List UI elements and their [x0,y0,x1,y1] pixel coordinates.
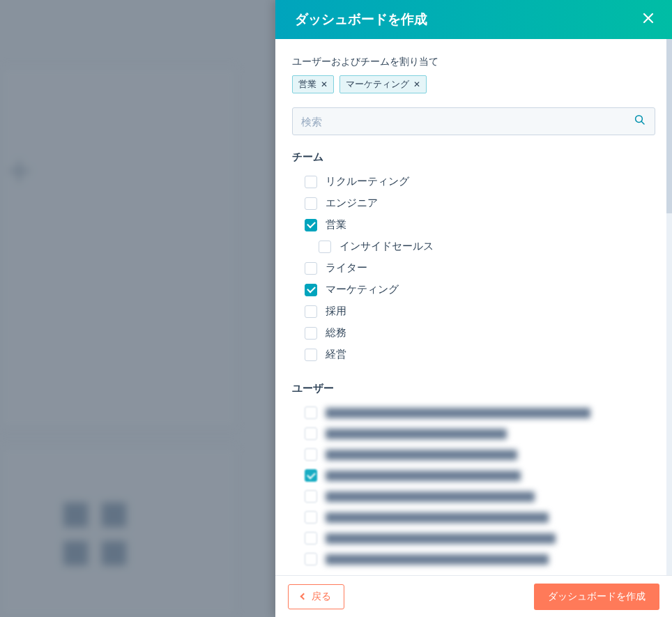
assigned-chip: 営業✕ [292,75,334,93]
team-row[interactable]: 営業 [292,214,655,236]
search-icon[interactable] [634,114,646,129]
checkbox[interactable] [305,284,317,296]
user-label-redacted [326,512,549,523]
panel-header: ダッシュボードを作成 [275,0,672,39]
user-row[interactable] [292,402,655,423]
team-row[interactable]: エンジニア [292,192,655,214]
user-row[interactable] [292,486,655,507]
checkbox[interactable] [305,448,317,461]
team-label: エンジニア [326,197,378,210]
assign-label: ユーザーおよびチームを割り当て [292,56,655,68]
team-label: 経営 [326,348,346,361]
back-button-label: 戻る [312,591,331,603]
checkbox[interactable] [305,490,317,503]
team-label: ライター [326,261,367,275]
team-row[interactable]: 採用 [292,300,655,322]
search-wrap[interactable] [292,107,655,135]
user-row[interactable] [292,549,655,570]
checkbox[interactable] [305,219,317,231]
user-label-redacted [326,471,521,481]
chip-remove-icon[interactable]: ✕ [413,79,420,89]
chip-label: マーケティング [346,78,409,91]
chip-remove-icon[interactable]: ✕ [321,79,328,89]
create-dashboard-button[interactable]: ダッシュボードを作成 [534,584,659,610]
team-row[interactable]: ライター [292,257,655,279]
chevron-left-icon [300,593,307,600]
panel-footer: 戻る ダッシュボードを作成 [275,575,672,617]
user-row[interactable] [292,423,655,444]
close-icon[interactable] [641,11,655,28]
assigned-chip: マーケティング✕ [339,75,427,93]
chip-label: 営業 [298,78,316,91]
back-button[interactable]: 戻る [288,584,344,609]
panel-title: ダッシュボードを作成 [295,10,427,29]
user-label-redacted [326,450,517,460]
team-label: インサイドセールス [339,240,434,253]
checkbox[interactable] [305,553,317,565]
team-row[interactable]: マーケティング [292,279,655,300]
checkbox[interactable] [305,427,317,440]
users-section-title: ユーザー [292,382,655,395]
checkbox[interactable] [305,469,317,482]
create-dashboard-panel: ダッシュボードを作成 ユーザーおよびチームを割り当て 営業✕マーケティング✕ チ… [275,0,672,617]
users-list [292,402,655,570]
team-row[interactable]: インサイドセールス [292,236,655,257]
checkbox[interactable] [305,327,317,340]
user-label-redacted [326,533,556,544]
user-label-redacted [326,429,507,439]
user-label-redacted [326,492,535,502]
team-label: 採用 [326,305,346,318]
search-input[interactable] [301,116,634,128]
checkbox[interactable] [305,532,317,544]
teams-section-title: チーム [292,151,655,164]
user-row[interactable] [292,528,655,549]
checkbox[interactable] [305,406,317,419]
user-row[interactable] [292,465,655,486]
checkbox[interactable] [319,241,331,253]
checkbox[interactable] [305,349,317,361]
panel-body: ユーザーおよびチームを割り当て 営業✕マーケティング✕ チーム リクルーティング… [275,39,672,575]
team-label: 営業 [326,218,346,231]
checkbox[interactable] [305,305,317,318]
checkbox[interactable] [305,197,317,210]
checkbox[interactable] [305,262,317,275]
user-row[interactable] [292,507,655,528]
team-label: リクルーティング [326,175,409,188]
team-label: 総務 [326,326,346,340]
team-row[interactable]: 総務 [292,322,655,344]
checkbox[interactable] [305,176,317,188]
user-label-redacted [326,408,590,418]
chip-container: 営業✕マーケティング✕ [292,75,655,93]
checkbox[interactable] [305,511,317,524]
user-row[interactable] [292,444,655,465]
team-row[interactable]: リクルーティング [292,171,655,192]
team-label: マーケティング [326,283,399,296]
user-label-redacted [326,554,549,565]
team-row[interactable]: 経営 [292,344,655,365]
teams-list: リクルーティングエンジニア営業インサイドセールスライターマーケティング採用総務経… [292,171,655,365]
